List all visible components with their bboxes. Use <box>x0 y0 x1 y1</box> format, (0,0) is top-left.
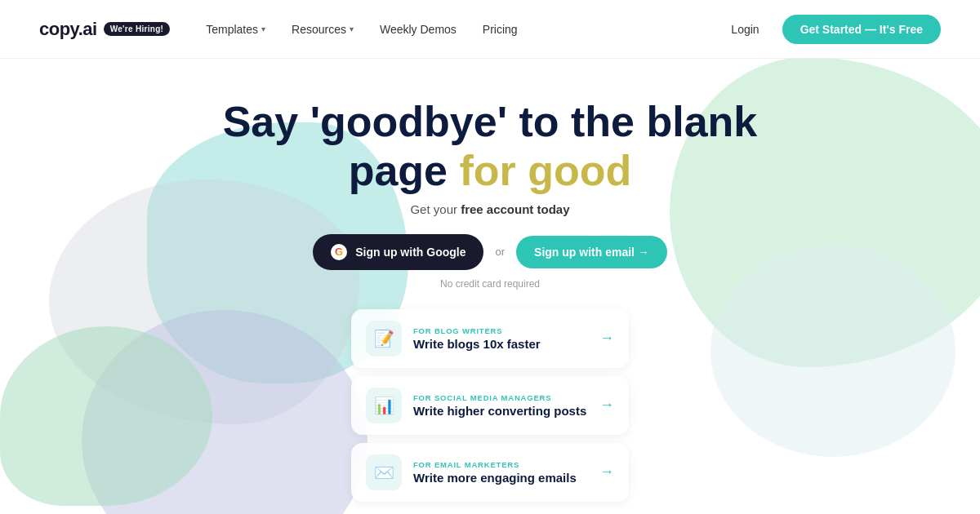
card-label-0: FOR BLOG WRITERS <box>413 326 588 335</box>
signup-row: G Sign up with Google or Sign up with em… <box>313 234 667 270</box>
google-signup-button[interactable]: G Sign up with Google <box>313 234 483 270</box>
hiring-badge: We're Hiring! <box>104 22 171 36</box>
card-icon-2: ✉️ <box>366 454 402 490</box>
card-icon-0: 📝 <box>366 321 402 357</box>
hero-accent: for good <box>459 147 631 194</box>
card-icon-1: 📊 <box>366 388 402 423</box>
or-separator: or <box>495 246 505 258</box>
card-title-1: Write higher converting posts <box>413 404 588 418</box>
card-title-2: Write more engaging emails <box>413 471 588 485</box>
card-title-0: Write blogs 10x faster <box>413 337 588 351</box>
hero-subtitle: Get your free account today <box>410 202 569 216</box>
navbar: copy.ai We're Hiring! Templates ▾ Resour… <box>0 0 980 59</box>
email-signup-button[interactable]: Sign up with email → <box>516 236 667 268</box>
hero-title: Say 'goodbye' to the blank page for good <box>223 98 758 196</box>
arrow-icon-2: → <box>599 463 614 481</box>
no-credit-card-text: No credit card required <box>440 278 540 290</box>
card-label-2: FOR EMAIL MARKETERS <box>413 460 588 469</box>
nav-weekly-demos[interactable]: Weekly Demos <box>370 16 466 42</box>
nav-templates[interactable]: Templates ▾ <box>196 16 275 42</box>
nav-resources[interactable]: Resources ▾ <box>282 16 363 42</box>
login-button[interactable]: Login <box>721 16 768 42</box>
chevron-down-icon: ▾ <box>350 24 354 33</box>
hero-section: Say 'goodbye' to the blank page for good… <box>0 59 980 502</box>
nav-links: Templates ▾ Resources ▾ Weekly Demos Pri… <box>196 16 721 42</box>
nav-right: Login Get Started — It's Free <box>721 15 941 44</box>
arrow-icon-0: → <box>599 330 614 347</box>
feature-card-0[interactable]: 📝 FOR BLOG WRITERS Write blogs 10x faste… <box>351 309 629 368</box>
feature-card-2[interactable]: ✉️ FOR EMAIL MARKETERS Write more engagi… <box>351 443 629 502</box>
feature-card-1[interactable]: 📊 FOR SOCIAL MEDIA MANAGERS Write higher… <box>351 376 629 435</box>
card-label-1: FOR SOCIAL MEDIA MANAGERS <box>413 393 588 402</box>
nav-pricing[interactable]: Pricing <box>473 16 528 42</box>
logo[interactable]: copy.ai We're Hiring! <box>39 19 170 40</box>
logo-text: copy.ai <box>39 19 97 40</box>
chevron-down-icon: ▾ <box>261 24 265 33</box>
get-started-button[interactable]: Get Started — It's Free <box>782 15 941 44</box>
google-icon: G <box>331 244 347 260</box>
arrow-icon-1: → <box>599 397 614 414</box>
feature-cards: 📝 FOR BLOG WRITERS Write blogs 10x faste… <box>351 309 629 502</box>
